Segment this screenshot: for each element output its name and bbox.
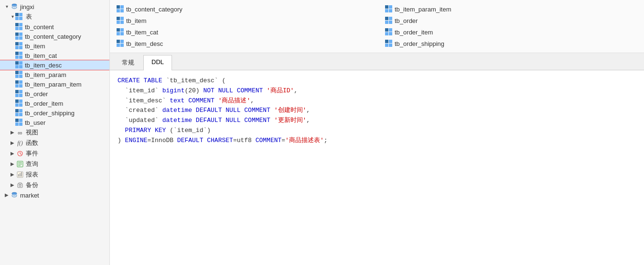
- table-item-tb_order_shipping[interactable]: tb_order_shipping: [0, 108, 109, 118]
- table-label: tb_order: [25, 90, 48, 98]
- grid-item-tb_order_item[interactable]: tb_order_item: [384, 27, 638, 37]
- grid-item-tb_order[interactable]: tb_order: [384, 15, 638, 26]
- table-item-tb_item_desc[interactable]: tb_item_desc: [0, 60, 109, 70]
- tab-general[interactable]: 常规: [114, 55, 142, 70]
- table-item-tb_content[interactable]: tb_content: [0, 22, 109, 32]
- table-icon: [117, 40, 124, 47]
- grid-item-label: tb_content_category: [126, 6, 182, 13]
- table-icon: [15, 90, 23, 98]
- right-panel: tb_content_category tb_item_param_item t…: [110, 0, 644, 265]
- code-token: DEFAULT CHARSET: [177, 137, 233, 144]
- ddl-code-area[interactable]: CREATE TABLE `tb_item_desc` ( `item_id` …: [110, 70, 644, 265]
- chevron-right-reports-icon: ▶: [10, 172, 15, 177]
- code-token: datetime: [162, 107, 192, 114]
- code-token: `updated`: [118, 117, 162, 124]
- table-item-tb_content_category[interactable]: tb_content_category: [0, 32, 109, 41]
- reports-label: 报表: [26, 170, 38, 179]
- sidebar: ▾ jingxi ▾ 表 tb_content tb_content_categ…: [0, 0, 110, 265]
- code-token: COMMENT: [240, 107, 274, 114]
- code-token: CREATE TABLE: [118, 77, 166, 84]
- market-db-icon: [11, 191, 18, 199]
- code-token: '更新时间': [274, 117, 307, 124]
- table-icon: [385, 5, 393, 13]
- code-token: '创建时间': [274, 107, 307, 114]
- grid-item-label: tb_item_param_item: [395, 6, 451, 13]
- code-token: DEFAULT: [192, 107, 225, 114]
- section-events[interactable]: ▶ 事件: [0, 148, 109, 159]
- grid-item-label: tb_order_shipping: [395, 40, 444, 47]
- table-icon: [117, 28, 124, 36]
- code-token: NOT NULL: [203, 87, 233, 94]
- code-token: `created`: [118, 107, 162, 114]
- grid-item-tb_item_desc[interactable]: tb_item_desc: [116, 38, 370, 49]
- svg-rect-16: [19, 183, 21, 184]
- table-icon: [15, 61, 23, 69]
- table-label: tb_order_shipping: [25, 110, 75, 117]
- table-icon: [15, 99, 23, 107]
- table-item-tb_order_item[interactable]: tb_order_item: [0, 99, 109, 108]
- grid-item-tb_item_cat[interactable]: tb_item_cat: [116, 27, 370, 37]
- section-tables[interactable]: ▾ 表: [0, 11, 109, 22]
- table-label: tb_item_cat: [25, 52, 57, 59]
- reports-icon: [16, 171, 24, 178]
- code-token: [118, 127, 125, 134]
- table-label: tb_order_item: [25, 100, 63, 107]
- section-reports[interactable]: ▶ 报表: [0, 169, 109, 180]
- code-token: =: [281, 137, 285, 144]
- db-jingxi[interactable]: ▾ jingxi: [0, 2, 109, 11]
- table-item-tb_item_param[interactable]: tb_item_param: [0, 70, 109, 79]
- code-token: `tb_item_desc`: [166, 77, 218, 84]
- svg-rect-11: [18, 174, 19, 177]
- table-item-tb_order[interactable]: tb_order: [0, 89, 109, 99]
- code-token: COMMENT: [233, 87, 267, 94]
- chevron-down-tables-icon: ▾: [10, 14, 15, 20]
- table-label: tb_content_category: [25, 33, 81, 40]
- code-token: text: [170, 97, 184, 104]
- section-views[interactable]: ▶ ∞ 视图: [0, 127, 109, 138]
- table-item-tb_item_cat[interactable]: tb_item_cat: [0, 51, 109, 60]
- svg-rect-12: [20, 173, 21, 177]
- table-icon: [15, 119, 23, 126]
- code-token: bigint: [162, 87, 185, 94]
- code-line: `updated` datetime DEFAULT NULL COMMENT …: [118, 116, 636, 126]
- chevron-down-icon: ▾: [4, 4, 10, 10]
- views-icon: ∞: [16, 129, 24, 136]
- grid-item-tb_item_param_item[interactable]: tb_item_param_item: [384, 4, 638, 14]
- grid-item-label: tb_item_desc: [126, 40, 163, 47]
- grid-item-tb_order_shipping[interactable]: tb_order_shipping: [384, 38, 638, 49]
- chevron-right-market-icon: ▶: [4, 192, 10, 198]
- section-queries[interactable]: ▶ 查询: [0, 159, 109, 169]
- views-label: 视图: [26, 128, 38, 137]
- queries-label: 查询: [26, 160, 38, 168]
- svg-rect-13: [21, 172, 22, 177]
- grid-item-label: tb_item_cat: [126, 29, 158, 36]
- table-item-tb_item[interactable]: tb_item: [0, 41, 109, 51]
- grid-item-tb_content_category[interactable]: tb_content_category: [116, 4, 370, 14]
- chevron-right-backup-icon: ▶: [10, 182, 15, 188]
- code-token: '商品描述': [218, 97, 251, 104]
- table-icon: [15, 42, 23, 50]
- section-functions[interactable]: ▶ f() 函数: [0, 138, 109, 148]
- table-icon: [385, 28, 393, 36]
- section-backup[interactable]: ▶ 备份: [0, 180, 109, 190]
- table-section-icon: [16, 13, 24, 21]
- grid-item-tb_item[interactable]: tb_item: [116, 15, 370, 26]
- table-label: tb_user: [25, 119, 45, 126]
- chevron-right-functions-icon: ▶: [10, 140, 15, 146]
- table-icon: [385, 40, 393, 47]
- events-label: 事件: [26, 149, 38, 158]
- table-icon: [15, 33, 23, 40]
- functions-label: 函数: [26, 139, 38, 147]
- code-line: `item_desc` text COMMENT '商品描述',: [118, 96, 636, 106]
- table-label: tb_content: [25, 23, 54, 31]
- code-token: (: [218, 77, 226, 84]
- table-label: tb_item_param_item: [25, 81, 82, 88]
- table-item-tb_user[interactable]: tb_user: [0, 118, 109, 127]
- code-token: ,: [306, 117, 310, 124]
- tab-ddl[interactable]: DDL: [143, 55, 172, 70]
- code-line: ) ENGINE=InnoDB DEFAULT CHARSET=utf8 COM…: [118, 136, 636, 146]
- db-market[interactable]: ▶ market: [0, 190, 109, 200]
- table-icon: [15, 71, 23, 78]
- table-item-tb_item_param_item[interactable]: tb_item_param_item: [0, 79, 109, 89]
- tabs-bar: 常规 DDL: [110, 53, 644, 70]
